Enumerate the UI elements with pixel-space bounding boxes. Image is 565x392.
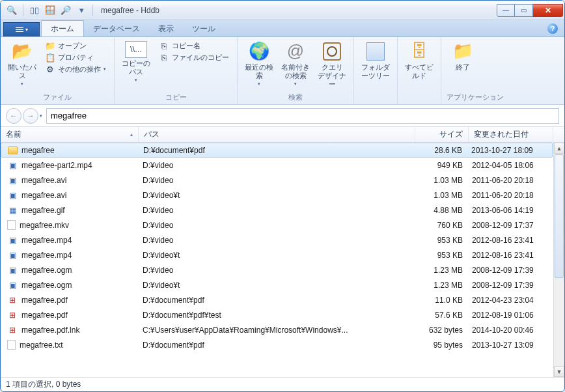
- file-path: D:¥video¥t: [139, 281, 415, 290]
- file-path: D:¥video¥t: [139, 251, 415, 260]
- table-row[interactable]: ▣megafree.mp4D:¥video¥t953 KB2012-08-16 …: [1, 247, 553, 262]
- file-date: 2012-08-16 23:41: [468, 236, 553, 245]
- file-video-icon: ▣: [7, 175, 18, 186]
- maximize-button[interactable]: ▭: [515, 4, 533, 17]
- tab-home[interactable]: ホーム: [41, 20, 84, 36]
- path-icon: \\...: [125, 41, 147, 58]
- file-date: 2013-06-06 14:19: [468, 206, 553, 215]
- file-path: D:¥video: [139, 266, 415, 275]
- recent-search-button[interactable]: 🌍 最近の検索 ▾: [243, 40, 275, 89]
- copy-path-button[interactable]: \\... コピーのパス ▾: [120, 40, 152, 85]
- file-date: 2014-10-20 00:46: [468, 326, 553, 335]
- ribbon: 📂 開いたパス ▾ 📁オープン 📋プロパティ ⚙その他の操作 ▾ ファイル \\…: [1, 37, 564, 105]
- column-size[interactable]: サイズ: [415, 127, 469, 142]
- file-video-icon: ▣: [7, 265, 18, 275]
- table-row[interactable]: ▣megafree.ogmD:¥video1.23 MB2008-12-09 1…: [1, 262, 553, 277]
- table-row[interactable]: ▣megafree.aviD:¥video1.03 MB2011-06-20 2…: [1, 173, 553, 188]
- title-bar: 🔍 ▯▯ 🪟 🔎 ▾ megafree - Hddb — ▭ ✕: [1, 1, 564, 20]
- group-label-app: アプリケーション: [447, 92, 504, 103]
- file-size: 1.23 MB: [415, 266, 468, 275]
- table-row[interactable]: ⊞megafree.pdfD:¥document¥pdf11.0 KB2012-…: [1, 292, 553, 307]
- table-row[interactable]: megafree.txtD:¥document¥pdf95 bytes2013-…: [1, 337, 553, 352]
- back-button[interactable]: ←: [6, 108, 21, 124]
- table-row[interactable]: ▣megafree.aviD:¥video¥t1.03 MB2011-06-20…: [1, 188, 553, 203]
- table-row[interactable]: megafreeD:¥document¥pdf28.6 KB2013-10-27…: [1, 143, 553, 158]
- file-name: megafree.mp4: [21, 236, 72, 245]
- tab-database[interactable]: データベース: [84, 21, 149, 36]
- ribbon-group-search: 🌍 最近の検索 ▾ @ 名前付きの検索 ▾ クエリ デザイナー 検索: [238, 37, 354, 104]
- file-date: 2013-10-27 13:09: [468, 341, 553, 350]
- scroll-down-icon[interactable]: ▼: [554, 366, 564, 377]
- quick-access-toolbar: 🔍 ▯▯ 🪟 🔎 ▾: [2, 3, 96, 18]
- file-path: D:¥video: [139, 221, 415, 230]
- window-icon[interactable]: 🪟: [43, 3, 57, 18]
- file-size: 632 bytes: [415, 326, 468, 335]
- find-icon[interactable]: 🔎: [59, 3, 73, 18]
- chevron-down-icon: ▾: [294, 81, 297, 87]
- copy-name-button[interactable]: ⎘コピー名: [156, 40, 232, 51]
- ribbon-tabs: ▾ ホーム データベース 表示 ツール ?: [1, 20, 564, 37]
- file-menu-button[interactable]: ▾: [3, 22, 40, 36]
- layout-icon[interactable]: ▯▯: [27, 3, 42, 18]
- scroll-up-icon[interactable]: ▲: [554, 143, 564, 154]
- table-row[interactable]: ▦megafree.gifD:¥video4.88 MB2013-06-06 1…: [1, 203, 553, 217]
- history-dropdown-icon[interactable]: ▾: [40, 113, 42, 119]
- copy-icon: ⎘: [159, 52, 169, 63]
- file-date: 2013-10-27 18:09: [467, 146, 552, 155]
- table-row[interactable]: ▣megafree.ogmD:¥video¥t1.23 MB2008-12-09…: [1, 277, 553, 292]
- vertical-scrollbar[interactable]: ▲ ▼: [553, 143, 564, 377]
- file-copy-button[interactable]: ⎘ファイルのコピー: [156, 51, 232, 63]
- build-all-button[interactable]: 🗄 すべてビルド: [403, 40, 435, 81]
- tab-tool[interactable]: ツール: [183, 21, 225, 36]
- named-search-button[interactable]: @ 名前付きの検索 ▾: [279, 40, 312, 89]
- column-date[interactable]: 変更された日付: [469, 127, 553, 142]
- search-input[interactable]: [46, 108, 559, 124]
- file-size: 953 KB: [415, 251, 468, 260]
- table-row[interactable]: ▣megafree.mp4D:¥video953 KB2012-08-16 23…: [1, 232, 553, 247]
- file-name: megafree.mkv: [20, 221, 69, 230]
- query-designer-button[interactable]: クエリ デザイナー: [316, 40, 348, 91]
- file-path: D:¥document¥pdf: [139, 146, 414, 155]
- copy-path-label: コピーのパス: [121, 59, 151, 76]
- column-name[interactable]: 名前▴: [1, 127, 139, 142]
- file-date: 2011-06-20 20:18: [468, 191, 553, 200]
- table-row[interactable]: megafree.mkvD:¥video760 KB2008-12-09 17:…: [1, 217, 553, 232]
- tree-pane-icon: [365, 41, 386, 62]
- table-row[interactable]: ▣megafree-part2.mp4D:¥video949 KB2012-04…: [1, 158, 553, 173]
- copy-icon: ⎘: [159, 40, 169, 51]
- file-pdf-icon: ⊞: [7, 325, 18, 335]
- forward-button[interactable]: →: [23, 108, 38, 124]
- open-button[interactable]: 📁オープン: [42, 40, 109, 51]
- other-ops-button[interactable]: ⚙その他の操作 ▾: [42, 63, 109, 75]
- file-blank-icon: [7, 340, 16, 350]
- file-date: 2012-08-19 01:06: [468, 311, 553, 320]
- window-controls: — ▭ ✕: [497, 4, 563, 17]
- tab-view[interactable]: 表示: [149, 21, 183, 36]
- chevron-down-icon: ▾: [25, 27, 28, 33]
- chevron-down-icon: ▾: [21, 81, 23, 87]
- file-date: 2012-04-23 23:04: [468, 296, 553, 305]
- column-path[interactable]: パス: [139, 127, 415, 142]
- folder-tree-button[interactable]: フォルダーツリー: [359, 40, 392, 81]
- file-name: megafree.avi: [21, 191, 66, 200]
- file-path: D:¥video¥t: [139, 191, 415, 200]
- qat-more-icon[interactable]: ▾: [74, 3, 89, 18]
- file-name: megafree.avi: [21, 176, 66, 185]
- close-button[interactable]: ✕: [533, 4, 563, 17]
- file-video-icon: ▣: [7, 250, 18, 260]
- scrollbar-thumb[interactable]: [555, 154, 564, 278]
- minimize-button[interactable]: —: [497, 4, 515, 17]
- file-date: 2008-12-09 17:39: [468, 281, 553, 290]
- file-size: 1.03 MB: [415, 176, 468, 185]
- open-path-label: 開いたパス: [7, 63, 37, 80]
- exit-button[interactable]: 📁 終了: [447, 40, 479, 73]
- table-row[interactable]: ⊞megafree.pdfD:¥document¥pdf¥test57.6 KB…: [1, 307, 553, 322]
- file-date: 2011-06-20 20:18: [468, 176, 553, 185]
- file-name: megafree: [21, 146, 55, 155]
- open-path-button[interactable]: 📂 開いたパス ▾: [6, 40, 38, 89]
- table-row[interactable]: ⊞megafree.pdf.lnkC:¥Users¥user¥AppData¥R…: [1, 322, 553, 337]
- search-icon[interactable]: 🔍: [5, 3, 19, 18]
- help-icon[interactable]: ?: [547, 23, 558, 34]
- file-name: megafree.txt: [20, 341, 63, 350]
- property-button[interactable]: 📋プロパティ: [42, 51, 109, 63]
